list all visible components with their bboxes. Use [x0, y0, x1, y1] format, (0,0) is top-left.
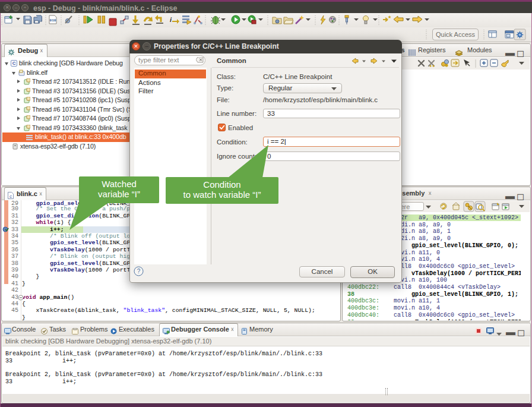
svg-text:?: ? — [137, 268, 141, 275]
svg-text:010: 010 — [50, 18, 56, 23]
svg-text:i: i — [170, 16, 172, 23]
svg-text:c: c — [10, 194, 12, 199]
